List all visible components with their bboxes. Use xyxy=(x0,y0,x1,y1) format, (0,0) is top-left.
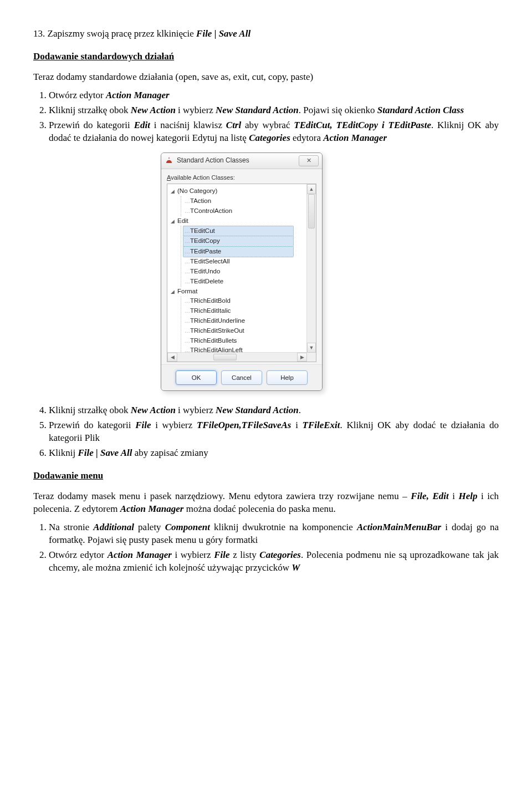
dialog-body: Available Action Classes: ◢(No Category)… xyxy=(161,169,322,365)
tree-group-no-category[interactable]: ◢(No Category) TAction TControlAction xyxy=(171,186,316,216)
scrollbar-corner xyxy=(307,353,316,362)
vertical-scrollbar[interactable]: ▲ ▼ xyxy=(306,184,316,353)
help-button[interactable]: Help xyxy=(267,370,308,385)
tree-item-teditdelete[interactable]: TEditDelete xyxy=(183,277,316,287)
step-menu-1: Na stronie Additional palety Component k… xyxy=(49,521,499,547)
dialog-screenshot: Standard Action Classes ✕ Available Acti… xyxy=(161,152,499,392)
scroll-thumb-v[interactable] xyxy=(308,194,315,228)
tree-item-teditpaste[interactable]: TEditPaste xyxy=(183,246,294,257)
horizontal-scrollbar[interactable]: ◀ ▶ xyxy=(167,352,307,362)
tree-item-tcontrolaction[interactable]: TControlAction xyxy=(183,206,316,216)
step-4: Kliknij strzałkę obok New Action i wybie… xyxy=(49,404,499,417)
dialog-title: Standard Action Classes xyxy=(177,156,249,165)
helmet-icon xyxy=(165,156,173,165)
step-menu-2: Otwórz edytor Action Manager i wybierz F… xyxy=(49,549,499,575)
tree-item-tricheditstrikeout[interactable]: TRichEditStrikeOut xyxy=(183,326,316,336)
close-icon: ✕ xyxy=(306,156,311,165)
ok-button[interactable]: OK xyxy=(176,370,217,385)
steps-list-1: Otwórz edytor Action Manager Kliknij str… xyxy=(33,89,499,145)
tree-item-teditundo[interactable]: TEditUndo xyxy=(183,267,316,277)
step-6: Kliknij File | Save All aby zapisać zmia… xyxy=(49,447,499,460)
tree-item-tricheditbold[interactable]: TRichEditBold xyxy=(183,296,316,306)
step-13: 13. Zapiszmy swoją pracę przez klkinięci… xyxy=(33,28,499,40)
tree-group-edit[interactable]: ◢Edit TEditCut TEditCopy TEditPaste TEdi… xyxy=(171,216,316,287)
standard-action-classes-dialog: Standard Action Classes ✕ Available Acti… xyxy=(161,152,323,392)
tree-item-teditcut[interactable]: TEditCut xyxy=(183,226,294,237)
steps-list-3: Na stronie Additional palety Component k… xyxy=(33,521,499,575)
tree-item-trichedititalic[interactable]: TRichEditItalic xyxy=(183,306,316,316)
step-13-text: 13. Zapiszmy swoją pracę przez klkinięci… xyxy=(33,28,250,39)
scroll-right-icon[interactable]: ▶ xyxy=(297,353,307,362)
steps-list-2: Kliknij strzałkę obok New Action i wybie… xyxy=(33,404,499,460)
tree-item-tricheditbullets[interactable]: TRichEditBullets xyxy=(183,336,316,346)
scroll-down-icon[interactable]: ▼ xyxy=(307,343,316,353)
scroll-thumb-h[interactable] xyxy=(213,354,237,360)
tree-item-teditselectall[interactable]: TEditSelectAll xyxy=(183,257,316,267)
step-2: Kliknij strzałkę obok New Action i wybie… xyxy=(49,104,499,117)
section2-paragraph: Teraz dodamy masek menu i pasek narzędzi… xyxy=(33,490,499,516)
dialog-titlebar: Standard Action Classes ✕ xyxy=(161,153,322,169)
action-classes-tree: ◢(No Category) TAction TControlAction ◢E… xyxy=(167,184,316,358)
tree-item-taction[interactable]: TAction xyxy=(183,196,316,206)
section1-intro: Teraz dodamy standardowe działania (open… xyxy=(33,71,499,84)
tree-item-teditcopy[interactable]: TEditCopy xyxy=(183,236,294,247)
cancel-button[interactable]: Cancel xyxy=(221,370,262,385)
available-classes-label: Available Action Classes: xyxy=(167,174,316,182)
section-title-adding-standard-actions: Dodawanie standardowych działań xyxy=(33,50,499,63)
step-3: Przewiń do kategorii Edit i naciśnij kla… xyxy=(49,119,499,145)
tree-item-tricheditunderline[interactable]: TRichEditUnderline xyxy=(183,316,316,326)
section-title-adding-menu: Dodawanie menu xyxy=(33,470,499,482)
collapse-icon: ◢ xyxy=(171,188,176,196)
step-5: Przewiń do kategorii File i wybierz TFil… xyxy=(49,419,499,445)
step-1: Otwórz edytor Action Manager xyxy=(49,89,499,102)
close-button[interactable]: ✕ xyxy=(299,155,319,166)
collapse-icon: ◢ xyxy=(171,288,176,296)
scroll-up-icon[interactable]: ▲ xyxy=(307,184,316,194)
collapse-icon: ◢ xyxy=(171,218,176,226)
tree-group-format[interactable]: ◢Format TRichEditBold TRichEditItalic TR… xyxy=(171,287,316,356)
dialog-button-row: OK Cancel Help xyxy=(161,364,322,390)
action-classes-listbox[interactable]: ◢(No Category) TAction TControlAction ◢E… xyxy=(167,184,316,362)
scroll-left-icon[interactable]: ◀ xyxy=(167,353,177,362)
